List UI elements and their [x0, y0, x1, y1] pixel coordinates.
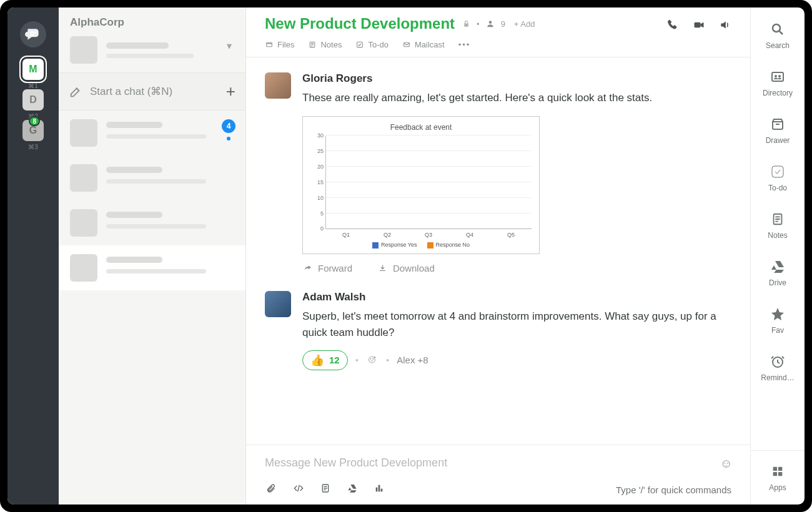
svg-rect-1 [30, 34, 35, 36]
chevron-down-icon[interactable]: ▾ [227, 40, 232, 52]
subnav-files[interactable]: Files [265, 40, 294, 49]
workspace-letter: M [22, 59, 44, 80]
rail-remind[interactable]: Remind… [751, 348, 805, 387]
rail-todo[interactable]: To-do [751, 159, 805, 197]
poll-icon[interactable] [374, 483, 385, 496]
unread-dot [227, 137, 230, 140]
svg-point-2 [488, 21, 492, 24]
workspace-tile[interactable]: M⌘1 [22, 59, 44, 89]
rail-label: Drawer [766, 136, 790, 145]
reaction-chip[interactable]: 👍 12 [302, 350, 348, 370]
skeleton [106, 54, 194, 58]
video-icon[interactable] [693, 19, 705, 34]
svg-point-15 [773, 24, 780, 32]
rail-drawer[interactable]: Drawer [751, 111, 805, 150]
conversation-column: AlphaCorp ▾ Start a chat (⌘N) + 4 [59, 7, 246, 505]
workspace-tile[interactable]: D⌘2 [22, 89, 44, 120]
message-author[interactable]: Gloria Rogers [302, 72, 731, 85]
reaction-summary[interactable]: Alex +8 [397, 355, 428, 365]
y-tick: 5 [311, 210, 324, 217]
chart-attachment[interactable]: Feedback at event 051015202530 Q1Q2Q3Q4Q… [302, 116, 540, 254]
self-profile[interactable]: ▾ [59, 32, 245, 72]
rail-search[interactable]: Search [751, 16, 805, 55]
subnav-todo[interactable]: To-do [355, 40, 389, 49]
fav-icon [770, 306, 786, 322]
legend-entry: Response Yes [372, 242, 417, 249]
plus-icon[interactable]: + [226, 82, 235, 101]
conversation-item[interactable]: 4 [59, 111, 245, 155]
x-label: Q5 [507, 232, 515, 238]
svg-rect-6 [357, 42, 363, 47]
add-reaction-icon[interactable] [366, 355, 379, 366]
chart-plot: 051015202530 [325, 135, 532, 229]
skeleton [106, 179, 206, 184]
unread-badge: 4 [222, 119, 235, 133]
compose-icon [69, 85, 82, 99]
rail-label: Directory [763, 89, 793, 97]
search-icon [770, 21, 786, 37]
rail-fav[interactable]: Fav [751, 301, 805, 340]
rail-directory[interactable]: Directory [751, 64, 805, 102]
app-logo[interactable] [20, 21, 46, 47]
channel-title[interactable]: New Product Development [265, 15, 455, 32]
svg-rect-4 [267, 42, 272, 47]
rail-label: Search [766, 41, 790, 50]
workspace-hotkey: ⌘3 [28, 144, 38, 150]
download-button[interactable]: Download [377, 263, 435, 273]
composer-hint: Type '/' for quick commands [616, 485, 731, 495]
message-author[interactable]: Adam Walsh [302, 291, 731, 303]
rail-label: To-do [768, 184, 787, 192]
dot-separator: • [355, 355, 359, 365]
x-label: Q3 [425, 232, 432, 238]
message-input[interactable] [265, 456, 731, 470]
message: Gloria Rogers These are really amazing, … [265, 72, 731, 273]
add-members[interactable]: + Add [514, 19, 535, 29]
org-header[interactable]: AlphaCorp [59, 7, 245, 32]
subnav-notes[interactable]: Notes [308, 40, 342, 49]
skeleton [106, 122, 162, 128]
skeleton [106, 42, 169, 49]
svg-rect-12 [376, 488, 378, 492]
composer: ☺ Type '/' for quick commands [246, 445, 750, 505]
avatar[interactable] [265, 291, 291, 317]
drive-icon[interactable] [346, 483, 359, 496]
svg-point-10 [373, 358, 374, 359]
code-icon[interactable] [292, 483, 305, 496]
rail-label: Remind… [761, 373, 794, 382]
rail-apps[interactable]: Apps [751, 450, 805, 505]
volume-icon[interactable] [719, 19, 731, 34]
start-chat[interactable]: Start a chat (⌘N) + [59, 72, 245, 111]
subnav-more-icon[interactable]: ••• [458, 40, 471, 49]
svg-rect-14 [381, 489, 383, 492]
skeleton [106, 134, 206, 139]
svg-rect-25 [778, 472, 782, 476]
svg-rect-19 [772, 166, 783, 177]
rail-drive[interactable]: Drive [751, 254, 805, 292]
svg-rect-16 [772, 72, 783, 81]
conversation-item[interactable] [59, 200, 245, 245]
skeleton [106, 167, 162, 173]
org-name: AlphaCorp [70, 16, 124, 29]
message-text: These are really amazing, let's get star… [302, 90, 731, 106]
conversation-avatar [70, 164, 97, 192]
conversation-item[interactable] [59, 245, 245, 290]
doc-icon[interactable] [320, 483, 331, 496]
forward-button[interactable]: Forward [302, 263, 352, 273]
notes-icon [770, 211, 786, 227]
x-label: Q4 [466, 232, 473, 238]
subnav-mailcast[interactable]: Mailcast [402, 40, 445, 49]
member-count[interactable]: 9 [501, 19, 505, 29]
svg-rect-24 [773, 472, 777, 476]
rail-notes[interactable]: Notes [751, 206, 805, 245]
emoji-icon[interactable]: ☺ [720, 456, 733, 471]
workspace-letter: D [22, 89, 44, 111]
svg-rect-0 [30, 32, 37, 33]
call-icon[interactable] [666, 19, 679, 34]
start-chat-label: Start a chat (⌘N) [90, 85, 172, 98]
avatar[interactable] [265, 72, 291, 99]
attach-icon[interactable] [265, 483, 277, 496]
skeleton [106, 257, 162, 263]
conversation-item[interactable] [59, 155, 245, 200]
workspace-tile[interactable]: G⌘38 [22, 120, 44, 150]
svg-rect-23 [778, 467, 782, 471]
